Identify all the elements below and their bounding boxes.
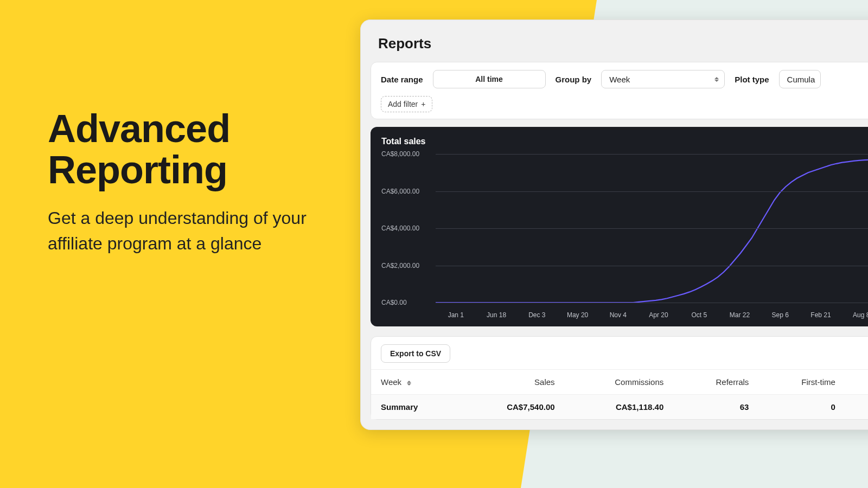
col-week-label: Week [381, 377, 401, 387]
x-tick-label: Mar 22 [719, 311, 760, 319]
y-tick-label: CA$2,000.00 [381, 262, 419, 269]
heading-line-1: Advanced [48, 107, 230, 150]
x-tick-label: May 20 [557, 311, 598, 319]
page-title: Reports [378, 35, 868, 52]
y-tick-label: CA$6,000.00 [381, 188, 419, 195]
col-week[interactable]: Week [371, 370, 459, 395]
summary-r [847, 395, 868, 420]
add-filter-label: Add filter [388, 100, 418, 108]
summary-first-time: 0 [761, 395, 847, 420]
summary-row: Summary CA$7,540.00 CA$1,118.40 63 0 [371, 395, 868, 420]
x-tick-label: Sep 6 [760, 311, 801, 319]
group-by-label: Group by [556, 75, 592, 84]
app-header: Reports [361, 20, 868, 62]
summary-label: Summary [371, 395, 459, 420]
report-table: Week Sales Commissions Referrals First-t… [371, 369, 868, 419]
x-tick-label: Apr 20 [639, 311, 679, 319]
x-tick-label: Jan 1 [436, 311, 476, 319]
chart-title: Total sales [381, 137, 868, 146]
x-tick-label: Jun 18 [476, 311, 517, 319]
summary-commissions: CA$1,118.40 [567, 395, 676, 420]
y-tick-label: CA$8,000.00 [381, 150, 419, 158]
plot-type-value: Cumula [787, 75, 815, 84]
gridline [436, 228, 868, 229]
group-by-value: Week [609, 75, 630, 84]
col-commissions[interactable]: Commissions [567, 370, 676, 395]
reports-app-window: Reports Date range All time Group by Wee… [360, 20, 868, 430]
date-range-label: Date range [381, 75, 423, 84]
col-r[interactable]: R [847, 370, 868, 395]
x-tick-label: Aug 8 [841, 311, 868, 319]
x-tick-label: Oct 5 [679, 311, 719, 319]
add-filter-button[interactable]: Add filter + [381, 96, 432, 112]
col-referrals[interactable]: Referrals [675, 370, 761, 395]
date-range-button[interactable]: All time [433, 70, 546, 88]
summary-sales: CA$7,540.00 [459, 395, 566, 420]
y-tick-label: CA$4,000.00 [381, 224, 419, 232]
chart-panel: Total sales Jan 1Jun 18Dec 3May 20Nov 4A… [371, 127, 868, 326]
group-by-select[interactable]: Week [601, 70, 725, 88]
sort-icon [407, 381, 411, 386]
chart-svg [436, 151, 868, 303]
gridline [436, 266, 868, 266]
filters-panel: Date range All time Group by Week Plot t… [371, 62, 868, 119]
plus-icon: + [421, 100, 425, 108]
select-chevron-icon [714, 77, 719, 82]
marketing-heading: Advanced Reporting [48, 108, 324, 190]
table-panel: Export to CSV Week Sales Commissions Ref… [371, 336, 868, 420]
gridline [436, 154, 868, 155]
chart-line [436, 159, 868, 303]
col-sales[interactable]: Sales [459, 370, 566, 395]
chart-plot [436, 151, 868, 303]
x-axis-labels: Jan 1Jun 18Dec 3May 20Nov 4Apr 20Oct 5Ma… [436, 311, 868, 319]
x-tick-label: Feb 21 [801, 311, 841, 319]
y-tick-label: CA$0.00 [381, 299, 407, 306]
x-tick-label: Nov 4 [598, 311, 639, 319]
gridline [436, 191, 868, 192]
plot-type-select[interactable]: Cumula [779, 70, 821, 88]
export-csv-button[interactable]: Export to CSV [381, 344, 450, 363]
chart-area: Jan 1Jun 18Dec 3May 20Nov 4Apr 20Oct 5Ma… [381, 151, 868, 319]
gridline [436, 303, 868, 303]
col-first-time[interactable]: First-time [761, 370, 847, 395]
marketing-subtitle: Get a deep understanding of your affilia… [48, 206, 324, 256]
plot-type-label: Plot type [735, 75, 769, 84]
summary-referrals: 63 [675, 395, 761, 420]
heading-line-2: Reporting [48, 148, 227, 191]
x-tick-label: Dec 3 [516, 311, 557, 319]
